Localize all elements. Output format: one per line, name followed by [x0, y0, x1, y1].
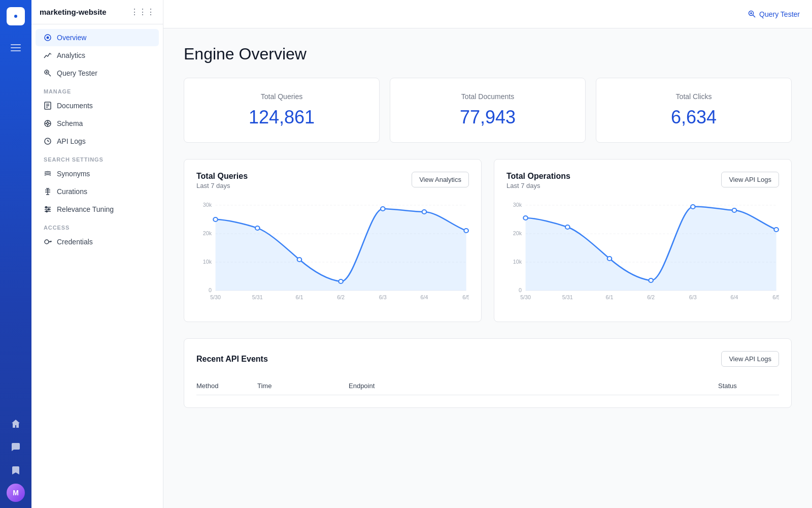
svg-text:5/31: 5/31: [252, 295, 263, 300]
events-table-header: Method Time Endpoint Status: [196, 377, 779, 395]
chart-operations-title: Total Operations: [506, 172, 570, 181]
chart-operations-header: Total Operations Last 7 days View API Lo…: [506, 172, 779, 189]
svg-text:0: 0: [209, 288, 212, 293]
svg-text:30k: 30k: [513, 202, 522, 208]
sidebar-item-schema[interactable]: Schema: [36, 115, 159, 132]
col-method: Method: [196, 382, 257, 390]
chart-total-queries: Total Queries Last 7 days View Analytics…: [184, 159, 482, 322]
svg-point-35: [45, 240, 49, 244]
sidebar-curations-label: Curations: [57, 187, 87, 196]
svg-point-54: [339, 279, 343, 283]
sidebar-schema-label: Schema: [57, 119, 83, 128]
col-time: Time: [257, 382, 349, 390]
svg-point-33: [48, 209, 50, 210]
svg-text:6/1: 6/1: [296, 295, 303, 300]
sidebar-item-api-logs[interactable]: API Logs: [36, 133, 159, 150]
svg-text:6/5: 6/5: [462, 295, 469, 300]
svg-text:6/2: 6/2: [647, 295, 655, 300]
view-api-logs-events-button[interactable]: View API Logs: [721, 351, 779, 367]
section-label-access: ACCESS: [31, 218, 163, 233]
sidebar-item-curations[interactable]: Curations: [36, 183, 159, 200]
chart-queries-area: 30k 20k 10k 0: [196, 198, 469, 309]
sidebar-item-credentials[interactable]: Credentials: [36, 233, 159, 250]
sidebar-item-query-tester[interactable]: Query Tester: [36, 65, 159, 82]
svg-point-75: [607, 257, 612, 261]
svg-point-73: [523, 216, 528, 220]
avatar[interactable]: M: [7, 484, 25, 502]
sidebar-relevance-tuning-label: Relevance Tuning: [57, 205, 114, 213]
chat-icon[interactable]: [6, 437, 26, 457]
bookmark-icon[interactable]: [6, 460, 26, 481]
query-tester-header-icon: [748, 10, 756, 18]
query-tester-label: Query Tester: [759, 10, 800, 18]
events-title: Recent API Events: [196, 355, 268, 364]
svg-rect-4: [11, 50, 21, 51]
sidebar-documents-label: Documents: [57, 102, 93, 110]
relevance-tuning-icon: [44, 205, 52, 213]
section-label-search-settings: SEARCH SETTINGS: [31, 150, 163, 165]
svg-text:6/1: 6/1: [606, 295, 614, 300]
sidebar-item-synonyms[interactable]: Synonyms: [36, 165, 159, 182]
view-analytics-button[interactable]: View Analytics: [412, 172, 469, 187]
stat-total-documents-label: Total Documents: [402, 92, 573, 101]
stat-total-queries-label: Total Queries: [196, 92, 367, 101]
svg-text:20k: 20k: [513, 231, 522, 236]
col-status: Status: [718, 382, 779, 390]
svg-text:6/4: 6/4: [420, 295, 428, 300]
svg-point-79: [774, 228, 779, 232]
chart-total-operations: Total Operations Last 7 days View API Lo…: [494, 159, 792, 322]
app-logo[interactable]: [7, 7, 25, 25]
col-endpoint: Endpoint: [349, 382, 718, 390]
svg-text:6/2: 6/2: [337, 295, 345, 300]
svg-point-78: [732, 208, 737, 212]
svg-point-52: [255, 226, 260, 230]
view-api-logs-button[interactable]: View API Logs: [721, 172, 779, 187]
sidebar-analytics-label: Analytics: [57, 51, 85, 59]
icon-rail: M: [0, 0, 31, 508]
chart-queries-subtitle: Last 7 days: [196, 182, 248, 189]
curations-icon: [44, 187, 52, 196]
chart-operations-area: 30k 20k 10k 0: [506, 198, 779, 309]
svg-point-51: [213, 217, 218, 221]
rail-bottom: M: [6, 414, 26, 508]
sidebar-query-tester-label: Query Tester: [57, 69, 97, 77]
stat-total-documents-value: 77,943: [402, 107, 573, 128]
sidebar-item-analytics[interactable]: Analytics: [36, 47, 159, 64]
svg-text:5/31: 5/31: [562, 295, 573, 300]
main-content: Query Tester Engine Overview Total Queri…: [163, 0, 812, 508]
sidebar: marketing-website ⋮⋮⋮ Overview Analytics…: [31, 0, 163, 508]
svg-text:6/3: 6/3: [689, 295, 697, 300]
svg-point-34: [46, 211, 48, 212]
svg-text:6/4: 6/4: [730, 295, 738, 300]
home-icon[interactable]: [6, 414, 26, 434]
recent-api-events-card: Recent API Events View API Logs Method T…: [184, 338, 792, 408]
svg-text:20k: 20k: [203, 231, 212, 236]
svg-line-8: [49, 74, 51, 77]
svg-point-77: [691, 205, 695, 209]
stat-card-total-documents: Total Documents 77,943: [390, 78, 586, 143]
sidebar-item-overview[interactable]: Overview: [36, 29, 159, 46]
chart-operations-svg: 30k 20k 10k 0: [506, 198, 779, 309]
sidebar-item-relevance-tuning[interactable]: Relevance Tuning: [36, 201, 159, 218]
sidebar-more-icon[interactable]: ⋮⋮⋮: [130, 7, 155, 17]
sidebar-header: marketing-website ⋮⋮⋮: [31, 0, 163, 24]
documents-icon: [44, 102, 52, 110]
chart-queries-title: Total Queries: [196, 172, 248, 181]
svg-rect-3: [11, 47, 21, 48]
svg-point-32: [46, 207, 47, 208]
stat-card-total-clicks: Total Clicks 6,634: [596, 78, 792, 143]
sidebar-item-documents[interactable]: Documents: [36, 97, 159, 114]
svg-point-5: [47, 37, 49, 39]
analytics-icon: [44, 51, 52, 59]
svg-point-57: [464, 229, 468, 233]
hamburger-menu-icon[interactable]: [6, 38, 26, 58]
query-tester-button[interactable]: Query Tester: [748, 10, 800, 18]
sidebar-synonyms-label: Synonyms: [57, 170, 90, 178]
sidebar-api-logs-label: API Logs: [57, 137, 86, 145]
svg-text:6/3: 6/3: [379, 295, 387, 300]
svg-text:5/30: 5/30: [210, 295, 221, 300]
sidebar-overview-label: Overview: [57, 34, 86, 42]
svg-text:6/5: 6/5: [772, 295, 779, 300]
query-tester-icon: [44, 69, 52, 77]
svg-text:10k: 10k: [513, 259, 522, 265]
